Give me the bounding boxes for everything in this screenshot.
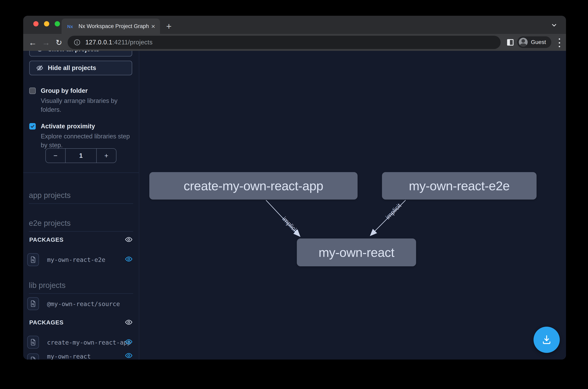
tab-close-icon[interactable]: × bbox=[151, 23, 155, 30]
download-icon bbox=[541, 334, 552, 345]
focus-project-button[interactable] bbox=[27, 253, 39, 266]
e2e-projects-heading: e2e projects bbox=[29, 219, 133, 232]
nx-logo-icon: Nx bbox=[67, 23, 74, 30]
traffic-light-close-button[interactable] bbox=[33, 21, 38, 27]
graph-node-my-own-react[interactable]: my-own-react bbox=[297, 238, 416, 266]
eye-off-icon bbox=[36, 65, 43, 71]
forward-button[interactable]: → bbox=[41, 37, 51, 48]
tab-title: Nx Workspace Project Graph bbox=[78, 23, 151, 30]
browser-window: Nx Nx Workspace Project Graph × + ← → ↻ bbox=[23, 16, 566, 359]
url-bar[interactable]: 127.0.0.1:4211/projects bbox=[67, 36, 501, 49]
browser-toolbar: ← → ↻ 127.0.0.1:4211/projects Guest bbox=[23, 34, 566, 51]
app-projects-heading: app projects bbox=[29, 191, 133, 204]
packages-lib-eye-icon[interactable] bbox=[125, 319, 133, 325]
show-all-projects-label: Show all projects bbox=[48, 51, 99, 53]
file-search-icon bbox=[30, 339, 36, 346]
project-name: my-own-react-e2e bbox=[47, 256, 105, 263]
project-visibility-eye-icon[interactable] bbox=[125, 339, 133, 345]
group-by-folder-checkbox[interactable] bbox=[29, 88, 36, 94]
eye-icon bbox=[36, 51, 43, 52]
activate-proximity-option: Activate proximity Explore connected lib… bbox=[29, 123, 130, 150]
dependency-edges bbox=[140, 51, 566, 359]
group-by-folder-label: Group by folder bbox=[41, 87, 88, 95]
project-name: my-own-react bbox=[47, 353, 91, 359]
profile-button[interactable]: Guest bbox=[517, 36, 551, 48]
file-search-icon bbox=[30, 356, 36, 359]
avatar-icon bbox=[519, 38, 528, 47]
focus-project-button[interactable] bbox=[27, 297, 39, 310]
tab-strip: Nx Nx Workspace Project Graph × + bbox=[23, 16, 566, 34]
group-by-folder-description: Visually arrange libraries by folders. bbox=[41, 97, 134, 114]
checkmark-icon bbox=[30, 124, 35, 129]
desktop: Nx Nx Workspace Project Graph × + ← → ↻ bbox=[0, 0, 588, 389]
tab-search-chevron-icon[interactable] bbox=[551, 22, 557, 29]
reload-button[interactable]: ↻ bbox=[54, 37, 64, 48]
back-button[interactable]: ← bbox=[28, 37, 38, 48]
graph-node-create-my-own-react-app[interactable]: create-my-own-react-app bbox=[149, 172, 358, 199]
site-info-icon[interactable] bbox=[74, 39, 81, 46]
packages-heading-e2e: PACKAGES bbox=[29, 236, 64, 243]
new-tab-button[interactable]: + bbox=[163, 20, 175, 33]
project-visibility-eye-icon[interactable] bbox=[125, 256, 133, 262]
project-name: @my-own-react/source bbox=[47, 300, 120, 307]
hide-all-projects-button[interactable]: Hide all projects bbox=[29, 61, 132, 75]
proximity-degree-stepper: − 1 + bbox=[45, 148, 116, 163]
svg-text:Nx: Nx bbox=[67, 24, 73, 29]
sidebar: Show all projects Hide all projects Grou… bbox=[23, 51, 139, 359]
browser-tab[interactable]: Nx Nx Workspace Project Graph × bbox=[62, 19, 160, 34]
focus-project-button[interactable] bbox=[27, 354, 39, 359]
activate-proximity-description: Explore connected libraries step by step… bbox=[41, 132, 134, 150]
traffic-light-zoom-button[interactable] bbox=[55, 21, 60, 27]
profile-label: Guest bbox=[531, 39, 546, 45]
packages-heading-lib: PACKAGES bbox=[29, 319, 64, 326]
url-text: 127.0.0.1:4211/projects bbox=[85, 39, 153, 46]
browser-menu-button[interactable] bbox=[558, 38, 560, 47]
project-visibility-eye-icon[interactable] bbox=[125, 352, 133, 359]
decrement-button[interactable]: − bbox=[46, 149, 65, 163]
traffic-light-minimize-button[interactable] bbox=[44, 21, 49, 27]
file-search-icon bbox=[30, 256, 36, 263]
graph-node-my-own-react-e2e[interactable]: my-own-react-e2e bbox=[382, 172, 537, 199]
file-search-icon bbox=[30, 300, 36, 307]
project-name: create-my-own-react-app bbox=[47, 339, 131, 346]
side-panel-icon[interactable] bbox=[507, 39, 514, 46]
group-by-folder-option: Group by folder Visually arrange librari… bbox=[29, 87, 130, 114]
hide-all-projects-label: Hide all projects bbox=[48, 64, 96, 72]
proximity-degree-value: 1 bbox=[65, 149, 96, 163]
project-graph-canvas[interactable]: implicit implicit create-my-own-react-ap… bbox=[140, 51, 566, 359]
show-all-projects-button[interactable]: Show all projects bbox=[29, 51, 132, 57]
focus-project-button[interactable] bbox=[27, 336, 39, 349]
activate-proximity-checkbox[interactable] bbox=[29, 123, 36, 130]
download-graph-button[interactable] bbox=[533, 327, 560, 353]
increment-button[interactable]: + bbox=[96, 149, 116, 163]
packages-e2e-eye-icon[interactable] bbox=[125, 236, 133, 243]
lib-projects-heading: lib projects bbox=[29, 281, 133, 294]
nx-graph-app: Show all projects Hide all projects Grou… bbox=[23, 51, 566, 359]
sidebar-divider bbox=[23, 172, 139, 173]
activate-proximity-label: Activate proximity bbox=[41, 123, 95, 130]
